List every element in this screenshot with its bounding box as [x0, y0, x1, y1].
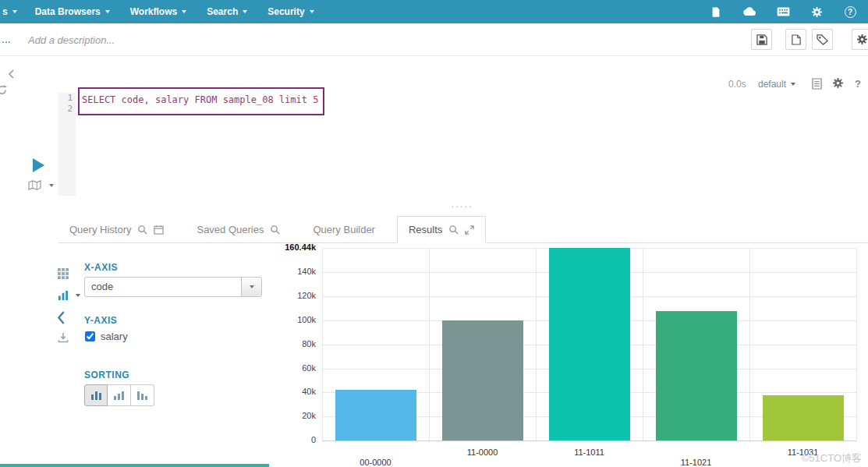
calendar-icon[interactable] — [154, 225, 164, 235]
bottom-panel-edge — [0, 464, 269, 467]
description-input[interactable] — [28, 30, 356, 49]
y-series-row: salary — [85, 331, 128, 342]
y-tick-label: 60k — [272, 363, 316, 373]
menu-item-label: Search — [207, 6, 238, 17]
sort-descending-icon — [137, 391, 147, 400]
bar-11-1021[interactable] — [656, 311, 737, 440]
tab-results[interactable]: Results — [397, 216, 486, 243]
panel-resize-handle[interactable]: ····· — [451, 203, 473, 209]
tags-button[interactable] — [812, 29, 833, 50]
bar-11-1011[interactable] — [549, 248, 630, 440]
bar-chart-type-icon[interactable] — [58, 290, 80, 301]
sql-table: sample_08 — [223, 94, 279, 105]
bar-11-1031[interactable] — [763, 395, 844, 440]
menu-item-label: Workflows — [130, 6, 177, 17]
gridline-v — [643, 248, 643, 440]
salary-checkbox[interactable] — [85, 331, 95, 341]
menu-item-data-browsers[interactable]: Data Browsers — [25, 0, 120, 23]
line-number: 1 — [58, 93, 76, 104]
new-document-button[interactable] — [785, 29, 806, 50]
x-axis-select[interactable]: code — [84, 277, 262, 297]
y-tick-label: 80k — [272, 339, 316, 348]
y-tick-label: 160.44k — [272, 242, 316, 252]
chevron-down-icon — [12, 10, 17, 13]
watermark: ©51CTO博客 — [802, 451, 862, 465]
x-tick-label: 11-0000 — [429, 448, 536, 457]
gridline-v — [749, 248, 750, 440]
chevron-down-icon — [182, 10, 186, 13]
tab-query-builder[interactable]: Query Builder — [302, 216, 385, 242]
execute-query-button[interactable] — [33, 158, 44, 172]
collapse-editor-chevron-icon[interactable] — [8, 68, 14, 82]
save-button[interactable] — [751, 29, 772, 50]
x-axis-heading: X-AXIS — [84, 262, 118, 273]
y-tick-label: 140k — [272, 267, 316, 276]
expand-icon[interactable] — [465, 225, 474, 235]
editor-help-icon[interactable]: ? — [855, 78, 861, 90]
bar-chart: 160.44k140k120k100k80k60k40k20k000-00001… — [272, 242, 868, 467]
hue-query-editor-app: s Data Browsers Workflows Search Securit… — [0, 0, 868, 467]
sql-editor[interactable]: SELECT code, salary FROM sample_08 limit… — [82, 94, 318, 105]
sql-keyword: FROM — [195, 94, 223, 105]
download-icon[interactable] — [58, 332, 69, 343]
menu-item-workflows[interactable]: Workflows — [120, 0, 197, 23]
execution-time: 0.0s — [728, 79, 746, 90]
gridline-v — [536, 248, 537, 440]
explain-map-button[interactable] — [28, 180, 54, 190]
file-text-icon[interactable] — [812, 78, 822, 93]
sorting-buttons — [84, 384, 154, 406]
settings-gears-icon[interactable] — [810, 5, 824, 19]
refresh-icon[interactable] — [0, 84, 7, 98]
gridline-v — [322, 248, 323, 440]
search-icon[interactable] — [137, 225, 147, 235]
bar-00-0000[interactable] — [335, 390, 416, 440]
tab-label: Results — [409, 224, 442, 235]
sort-none-button[interactable] — [84, 384, 108, 406]
y-series-label: salary — [101, 331, 128, 342]
sort-ascending-button[interactable] — [108, 384, 131, 406]
bar-11-0000[interactable] — [442, 320, 523, 440]
menu-item-security[interactable]: Security — [257, 0, 324, 23]
x-tick-label: 11-1021 — [643, 458, 749, 467]
database-selector[interactable]: default — [758, 79, 795, 90]
grid-view-icon[interactable] — [58, 268, 69, 279]
map-icon — [28, 180, 41, 190]
truncated-query-title[interactable]: ... — [2, 33, 11, 45]
results-tabs: Query History Saved Queries Query Builde… — [58, 216, 868, 243]
chevron-down-icon — [105, 10, 110, 13]
file-browser-icon[interactable] — [709, 5, 723, 19]
tab-label: Query History — [69, 224, 131, 235]
job-browser-icon[interactable] — [776, 5, 790, 19]
chevron-down-icon — [310, 10, 314, 13]
chevron-down-icon — [250, 285, 254, 288]
menu-item-label: Security — [267, 6, 304, 17]
search-icon[interactable] — [270, 225, 280, 235]
sort-descending-button[interactable] — [131, 384, 154, 406]
gridline-v — [429, 248, 430, 440]
tab-saved-queries[interactable]: Saved Queries — [186, 216, 291, 242]
search-icon[interactable] — [448, 225, 459, 235]
chevron-down-icon — [49, 184, 54, 187]
sql-keyword: limit — [279, 94, 313, 105]
query-title-bar: ... — [0, 23, 868, 56]
editor-line-gutter: 1 2 — [58, 93, 76, 196]
sort-none-icon — [91, 391, 101, 400]
tab-query-history[interactable]: Query History — [58, 216, 175, 242]
collapse-panel-chevron-icon[interactable] — [57, 311, 66, 324]
y-axis-heading: Y-AXIS — [84, 315, 117, 326]
y-tick-label: 20k — [272, 411, 316, 420]
select-dropdown-button[interactable] — [241, 278, 261, 296]
query-settings-button[interactable] — [852, 29, 868, 50]
menu-item-label: Data Browsers — [35, 6, 101, 17]
help-icon[interactable]: ? — [843, 5, 857, 19]
database-name: default — [758, 79, 786, 90]
sql-number: 5 — [313, 94, 318, 105]
y-tick-label: 120k — [272, 291, 316, 300]
editor-settings-gear-icon[interactable] — [832, 77, 844, 92]
menu-item-search[interactable]: Search — [197, 0, 257, 23]
top-navbar: s Data Browsers Workflows Search Securit… — [0, 0, 868, 23]
y-tick-label: 100k — [272, 315, 316, 324]
menu-item-truncated[interactable]: s — [0, 0, 25, 23]
cloud-icon[interactable] — [742, 5, 756, 19]
navbar-icons: ? — [709, 0, 857, 23]
